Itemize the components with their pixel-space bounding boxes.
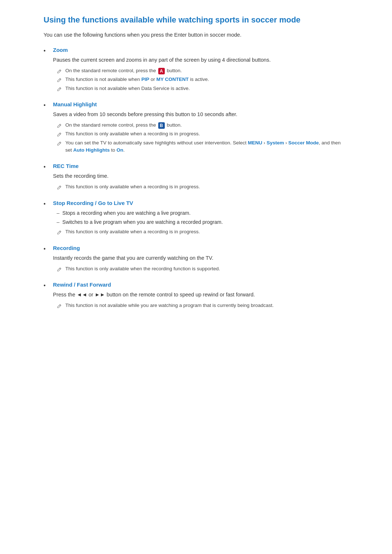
- dash-item: – Stops a recording when you are watchin…: [53, 209, 348, 217]
- pencil-icon: [57, 266, 62, 272]
- bullet-dot: •: [44, 46, 49, 56]
- highlight-pip: PIP: [141, 77, 149, 82]
- dash-text: Switches to a live program when you are …: [62, 218, 223, 226]
- note-text: This function is not available while you…: [65, 302, 274, 309]
- dash-symbol: –: [57, 209, 60, 217]
- section-stop-recording-title: Stop Recording / Go to Live TV: [53, 200, 133, 206]
- note-text: On the standard remote control, press th…: [65, 67, 182, 74]
- section-zoom: • Zoom Pauses the current screen and zoo…: [44, 46, 348, 94]
- section-zoom-content: Zoom Pauses the current screen and zooms…: [53, 46, 348, 94]
- note-item: This function is not available when Data…: [53, 85, 348, 92]
- note-item: On the standard remote control, press th…: [53, 122, 348, 129]
- note-text: This function is only available when the…: [65, 265, 220, 272]
- bullet-dot: •: [44, 244, 49, 254]
- highlight-system: System: [266, 140, 284, 145]
- chevron-icon: ›: [285, 140, 287, 145]
- bullet-dot: •: [44, 281, 49, 290]
- pencil-icon: [57, 77, 62, 82]
- highlight-soccer-mode: Soccer Mode: [288, 140, 319, 145]
- page-container: Using the functions available while watc…: [22, 0, 370, 339]
- section-manual-highlight: • Manual Highlight Saves a video from 10…: [44, 100, 348, 155]
- note-item: You can set the TV to automatically save…: [53, 139, 348, 154]
- note-item: This function is not available while you…: [53, 302, 348, 309]
- section-rewind-ff: • Rewind / Fast Forward Press the ◄◄ or …: [44, 280, 348, 311]
- section-rec-time: • REC Time Sets the recording time.: [44, 162, 348, 192]
- bullet-dot: •: [44, 162, 49, 172]
- note-item: This function is only available when a r…: [53, 228, 348, 235]
- note-text: On the standard remote control, press th…: [65, 122, 182, 129]
- section-rec-time-content: REC Time Sets the recording time. This f…: [53, 162, 348, 192]
- zoom-notes: On the standard remote control, press th…: [53, 67, 348, 92]
- pencil-icon: [57, 229, 62, 235]
- intro-text: You can use the following functions when…: [44, 31, 348, 39]
- section-manual-highlight-title: Manual Highlight: [53, 101, 97, 107]
- pencil-icon: [57, 122, 62, 128]
- note-item: This function is not available when PIP …: [53, 76, 348, 83]
- section-rewind-ff-description: Press the ◄◄ or ►► button on the remote …: [53, 291, 348, 299]
- pencil-icon: [57, 303, 62, 308]
- section-recording-description: Instantly records the game that you are …: [53, 254, 348, 262]
- section-stop-recording-content: Stop Recording / Go to Live TV – Stops a…: [53, 199, 348, 237]
- button-b: B: [158, 122, 165, 129]
- page-title: Using the functions available while watc…: [44, 15, 348, 26]
- highlight-menu: MENU: [248, 140, 262, 145]
- dash-item: – Switches to a live program when you ar…: [53, 218, 348, 226]
- pencil-icon: [57, 131, 62, 137]
- manual-highlight-notes: On the standard remote control, press th…: [53, 122, 348, 154]
- section-manual-highlight-content: Manual Highlight Saves a video from 10 s…: [53, 100, 348, 155]
- note-text: This function is not available when Data…: [65, 85, 190, 92]
- highlight-mycontent: MY CONTENT: [156, 77, 189, 82]
- section-recording-title: Recording: [53, 245, 80, 251]
- highlight-on: On: [117, 147, 123, 153]
- section-manual-highlight-description: Saves a video from 10 seconds before pre…: [53, 110, 348, 119]
- note-text: This function is only available when a r…: [65, 228, 200, 235]
- stop-recording-dashes: – Stops a recording when you are watchin…: [53, 209, 348, 226]
- note-text: This function is only available when a r…: [65, 183, 200, 190]
- section-rewind-ff-title: Rewind / Fast Forward: [53, 282, 111, 288]
- note-item: On the standard remote control, press th…: [53, 67, 348, 74]
- pencil-icon: [57, 140, 62, 146]
- section-recording-content: Recording Instantly records the game tha…: [53, 244, 348, 274]
- pencil-icon: [57, 86, 62, 91]
- button-a: A: [158, 68, 165, 74]
- section-rec-time-description: Sets the recording time.: [53, 172, 348, 180]
- pencil-icon: [57, 68, 62, 74]
- note-item: This function is only available when a r…: [53, 130, 348, 138]
- dash-symbol: –: [57, 218, 60, 226]
- sections-list: • Zoom Pauses the current screen and zoo…: [44, 46, 348, 311]
- section-recording: • Recording Instantly records the game t…: [44, 244, 348, 274]
- section-zoom-description: Pauses the current screen and zooms in a…: [53, 56, 348, 64]
- highlight-auto-highlights: Auto Highlights: [73, 147, 110, 153]
- stop-recording-notes: This function is only available when a r…: [53, 228, 348, 235]
- note-text: This function is only available when a r…: [65, 130, 200, 138]
- rewind-ff-notes: This function is not available while you…: [53, 302, 348, 309]
- section-zoom-title: Zoom: [53, 47, 68, 53]
- section-rec-time-title: REC Time: [53, 163, 79, 169]
- section-rewind-ff-content: Rewind / Fast Forward Press the ◄◄ or ►►…: [53, 280, 348, 311]
- note-item: This function is only available when a r…: [53, 183, 348, 190]
- note-text: You can set the TV to automatically save…: [65, 139, 348, 154]
- bullet-dot: •: [44, 199, 49, 209]
- rec-time-notes: This function is only available when a r…: [53, 183, 348, 190]
- pencil-icon: [57, 184, 62, 190]
- dash-text: Stops a recording when you are watching …: [62, 209, 191, 217]
- note-text: This function is not available when PIP …: [65, 76, 209, 83]
- note-item: This function is only available when the…: [53, 265, 348, 272]
- recording-notes: This function is only available when the…: [53, 265, 348, 272]
- bullet-dot: •: [44, 100, 49, 110]
- section-stop-recording: • Stop Recording / Go to Live TV – Stops…: [44, 199, 348, 237]
- chevron-icon: ›: [264, 140, 265, 145]
